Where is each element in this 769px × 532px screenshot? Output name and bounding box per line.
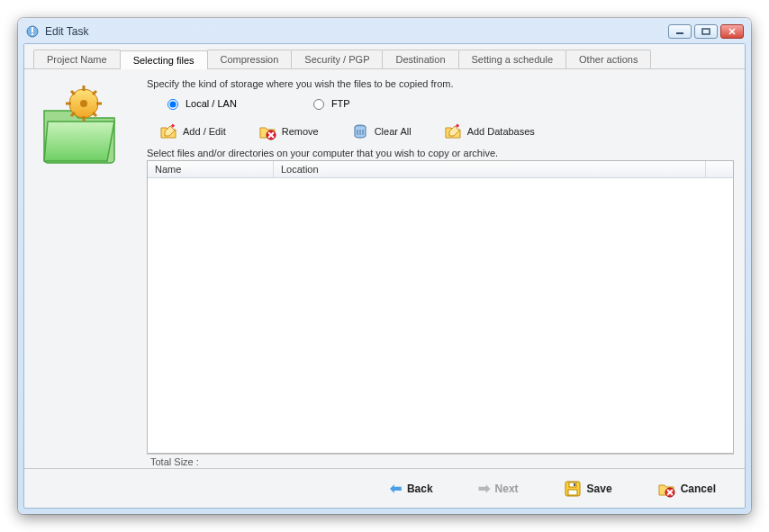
tab-project-name[interactable]: Project Name	[33, 50, 121, 68]
add-edit-label: Add / Edit	[183, 126, 226, 137]
column-name[interactable]: Name	[148, 161, 274, 177]
radio-local-lan[interactable]: Local / LAN	[163, 96, 237, 110]
app-icon	[25, 24, 40, 39]
titlebar[interactable]: Edit Task	[23, 23, 746, 43]
list-hint: Select files and/or directories on your …	[147, 146, 734, 160]
folder-cancel-icon	[657, 480, 675, 498]
column-spacer	[706, 161, 733, 177]
tab-compression[interactable]: Compression	[207, 50, 293, 68]
svg-rect-4	[702, 29, 710, 34]
svg-rect-28	[568, 490, 577, 495]
back-label: Back	[407, 482, 433, 495]
clear-all-button[interactable]: Clear All	[348, 121, 415, 142]
list-body[interactable]	[148, 178, 733, 453]
svg-line-16	[93, 113, 96, 116]
file-list[interactable]: Name Location	[147, 160, 734, 454]
clear-all-label: Clear All	[375, 126, 412, 137]
tab-schedule[interactable]: Setting a schedule	[458, 50, 567, 68]
window-title: Edit Task	[45, 25, 88, 38]
add-edit-button[interactable]: Add / Edit	[156, 121, 230, 142]
svg-rect-29	[574, 483, 575, 486]
total-size-label: Total Size :	[147, 454, 734, 468]
svg-rect-2	[32, 33, 33, 35]
add-databases-button[interactable]: Add Databases	[440, 121, 538, 142]
instruction-text: Specify the kind of storage where you wi…	[147, 78, 734, 89]
svg-rect-1	[32, 27, 33, 32]
cancel-button[interactable]: Cancel	[652, 476, 721, 501]
window-frame: Edit Task Project Name Selecting files C…	[18, 18, 751, 514]
client-area: Project Name Selecting files Compression…	[23, 43, 746, 509]
tab-other-actions[interactable]: Other actions	[565, 50, 651, 68]
next-label: Next	[495, 482, 519, 495]
wizard-illustration	[35, 78, 134, 468]
maximize-button[interactable]	[694, 24, 718, 39]
next-button[interactable]: ➡ Next	[473, 478, 524, 500]
tab-selecting-files[interactable]: Selecting files	[120, 50, 208, 69]
column-location[interactable]: Location	[274, 161, 706, 177]
trash-icon	[351, 122, 369, 140]
remove-label: Remove	[282, 126, 319, 137]
svg-line-13	[71, 91, 75, 95]
floppy-icon	[564, 480, 582, 498]
arrow-left-icon: ⬅	[390, 482, 402, 496]
storage-radio-group: Local / LAN FTP	[147, 93, 734, 117]
list-header: Name Location	[148, 161, 733, 178]
wizard-footer: ⬅ Back ➡ Next Save Cancel	[24, 468, 745, 508]
radio-ftp[interactable]: FTP	[309, 96, 350, 110]
tab-security-pgp[interactable]: Security / PGP	[291, 50, 383, 68]
save-button[interactable]: Save	[558, 476, 618, 501]
file-toolbar: Add / Edit Remove Clear All	[147, 117, 734, 146]
radio-local-lan-label: Local / LAN	[185, 98, 237, 109]
radio-ftp-label: FTP	[331, 98, 350, 109]
svg-line-14	[93, 91, 96, 95]
folder-pencil-icon	[444, 122, 462, 140]
add-databases-label: Add Databases	[467, 126, 535, 137]
save-label: Save	[587, 482, 612, 495]
tab-destination[interactable]: Destination	[382, 50, 458, 68]
tab-strip: Project Name Selecting files Compression…	[24, 44, 745, 69]
folder-pencil-icon	[159, 122, 177, 140]
radio-ftp-input[interactable]	[313, 99, 324, 110]
svg-point-8	[80, 100, 87, 107]
minimize-button[interactable]	[668, 24, 692, 39]
remove-button[interactable]: Remove	[255, 121, 322, 142]
arrow-right-icon: ➡	[478, 482, 490, 496]
close-button[interactable]	[720, 24, 744, 39]
back-button[interactable]: ⬅ Back	[384, 478, 439, 500]
svg-rect-3	[676, 32, 683, 34]
cancel-label: Cancel	[681, 482, 716, 495]
radio-local-lan-input[interactable]	[167, 99, 178, 110]
folder-delete-icon	[258, 122, 276, 140]
